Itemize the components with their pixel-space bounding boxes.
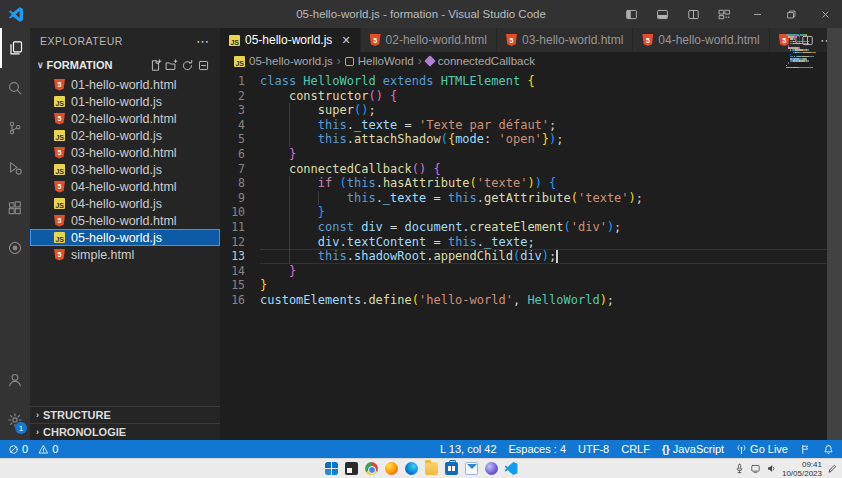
file-item-03-hello-world.html[interactable]: 503-hello-world.html <box>30 144 220 161</box>
line-number[interactable]: 12 <box>220 235 260 250</box>
taskbar-pen-icon[interactable] <box>827 463 838 474</box>
section-structure[interactable]: › STRUCTURE <box>30 406 220 423</box>
close-icon[interactable]: ✕ <box>341 34 350 47</box>
tab-04-hello-world.html[interactable]: 504-hello-world.html <box>633 28 769 52</box>
folder-section-header[interactable]: ∨ FORMATION <box>30 54 220 76</box>
close-button[interactable] <box>808 0 842 28</box>
file-item-04-hello-world.html[interactable]: 504-hello-world.html <box>30 178 220 195</box>
status-flag[interactable] <box>800 444 811 455</box>
activity-settings-button[interactable]: 1 <box>0 400 30 440</box>
refresh-button[interactable] <box>181 59 194 72</box>
code-line-15[interactable]: 15 } <box>220 278 842 293</box>
editor-scrollbar[interactable] <box>827 28 842 440</box>
taskbar-firefox-icon[interactable] <box>385 462 398 475</box>
breadcrumb-item[interactable]: connectedCallback <box>426 55 535 67</box>
line-number[interactable]: 4 <box>220 118 260 133</box>
activity-explorer-button[interactable] <box>0 28 30 68</box>
code-line-16[interactable]: 16 customElements.define('hello-world', … <box>220 293 842 308</box>
minimize-button[interactable] <box>740 0 774 28</box>
taskbar-chrome-icon[interactable] <box>365 462 378 475</box>
taskbar-taskview-icon[interactable] <box>345 462 358 475</box>
status-error[interactable]: 0 <box>8 443 28 455</box>
breadcrumb-item[interactable]: HelloWorld <box>345 55 414 67</box>
status-utf-8[interactable]: UTF-8 <box>578 443 609 455</box>
taskbar-mail-icon[interactable] <box>465 462 478 475</box>
activity-extensions-button[interactable] <box>0 188 30 228</box>
restore-button[interactable] <box>774 0 808 28</box>
status-espaces-4[interactable]: Espaces : 4 <box>509 443 566 455</box>
breadcrumb-item[interactable]: JS05-hello-world.js <box>234 55 333 67</box>
file-item-01-hello-world.js[interactable]: JS01-hello-world.js <box>30 93 220 110</box>
line-number[interactable]: 2 <box>220 89 260 104</box>
file-item-04-hello-world.js[interactable]: JS04-hello-world.js <box>30 195 220 212</box>
tab-05-hello-world.js[interactable]: JS05-hello-world.js ✕ <box>220 28 361 52</box>
code-editor[interactable]: 1 class HelloWorld extends HTMLElement {… <box>220 70 842 440</box>
line-number[interactable]: 11 <box>220 220 260 235</box>
code-line-12[interactable]: 12 div.textContent = this._texte; <box>220 235 842 250</box>
status-javascript[interactable]: {} JavaScript <box>662 443 724 455</box>
line-number[interactable]: 14 <box>220 264 260 279</box>
taskbar-start-icon[interactable] <box>325 462 338 475</box>
line-number[interactable]: 16 <box>220 293 260 308</box>
activity-account-button[interactable] <box>0 360 30 400</box>
code-line-13[interactable]: 13 this.shadowRoot.appendChild(div); <box>220 249 842 264</box>
code-line-8[interactable]: 8 if (this.hasAttribute('texte')) { <box>220 176 842 191</box>
tray-screen-icon[interactable] <box>750 463 761 474</box>
layout-grid-button[interactable] <box>709 0 740 28</box>
file-item-05-hello-world.js[interactable]: JS05-hello-world.js <box>30 229 220 246</box>
code-line-11[interactable]: 11 const div = document.createElement('d… <box>220 220 842 235</box>
taskbar-store-icon[interactable] <box>445 462 458 475</box>
taskbar-vscode-icon[interactable] <box>505 462 518 475</box>
activity-source-control-button[interactable] <box>0 108 30 148</box>
file-item-05-hello-world.html[interactable]: 505-hello-world.html <box>30 212 220 229</box>
section-chronologie[interactable]: › CHRONOLOGIE <box>30 423 220 440</box>
taskbar-clock[interactable]: 09:41 10/05/2023 <box>782 460 822 478</box>
file-item-01-hello-world.html[interactable]: 501-hello-world.html <box>30 76 220 93</box>
code-line-6[interactable]: 6 } <box>220 147 842 162</box>
taskbar-circle-icon[interactable] <box>485 462 498 475</box>
line-number[interactable]: 10 <box>220 205 260 220</box>
line-number[interactable]: 8 <box>220 176 260 191</box>
line-number[interactable]: 1 <box>220 74 260 89</box>
line-number[interactable]: 13 <box>220 249 260 264</box>
file-item-simple.html[interactable]: 5simple.html <box>30 246 220 263</box>
line-number[interactable]: 3 <box>220 103 260 118</box>
file-item-02-hello-world.html[interactable]: 502-hello-world.html <box>30 110 220 127</box>
activity-run-debug-button[interactable] <box>0 148 30 188</box>
line-number[interactable]: 15 <box>220 278 260 293</box>
code-line-10[interactable]: 10 } <box>220 205 842 220</box>
line-number[interactable]: 9 <box>220 191 260 206</box>
code-line-5[interactable]: 5 this.attachShadow({mode: 'open'}); <box>220 132 842 147</box>
activity-live-server-button[interactable] <box>0 228 30 268</box>
taskbar-edge-icon[interactable] <box>405 462 418 475</box>
file-item-02-hello-world.js[interactable]: JS02-hello-world.js <box>30 127 220 144</box>
status-bell[interactable] <box>823 444 834 455</box>
code-line-9[interactable]: 9 this._texte = this.getAttribute('texte… <box>220 191 842 206</box>
collapse-all-button[interactable] <box>197 59 210 72</box>
tab-02-hello-world.html[interactable]: 502-hello-world.html <box>361 28 497 52</box>
panel-left-button[interactable] <box>616 0 647 28</box>
code-line-14[interactable]: 14 } <box>220 264 842 279</box>
line-number[interactable]: 5 <box>220 132 260 147</box>
status-l-13-col-42[interactable]: L 13, col 42 <box>440 443 496 455</box>
code-line-7[interactable]: 7 connectedCallback() { <box>220 162 842 177</box>
code-line-4[interactable]: 4 this._texte = 'Texte par défaut'; <box>220 118 842 133</box>
tray-volume-icon[interactable] <box>766 463 777 474</box>
status-warning[interactable]: 0 <box>38 443 58 455</box>
split-editor-button[interactable] <box>678 0 709 28</box>
tab-03-hello-world.html[interactable]: 503-hello-world.html <box>497 28 633 52</box>
new-file-button[interactable] <box>149 59 162 72</box>
status-crlf[interactable]: CRLF <box>621 443 650 455</box>
code-line-2[interactable]: 2 constructor() { <box>220 89 842 104</box>
line-number[interactable]: 6 <box>220 147 260 162</box>
tray-mic-icon[interactable] <box>734 463 745 474</box>
minimap[interactable] <box>786 34 826 69</box>
status-go-live[interactable]: Go Live <box>736 443 788 455</box>
taskbar-explorer-icon[interactable] <box>425 462 438 475</box>
file-item-03-hello-world.js[interactable]: JS03-hello-world.js <box>30 161 220 178</box>
panel-bottom-button[interactable] <box>647 0 678 28</box>
activity-search-button[interactable] <box>0 68 30 108</box>
new-folder-button[interactable] <box>165 59 178 72</box>
code-line-3[interactable]: 3 super(); <box>220 103 842 118</box>
line-number[interactable]: 7 <box>220 162 260 177</box>
